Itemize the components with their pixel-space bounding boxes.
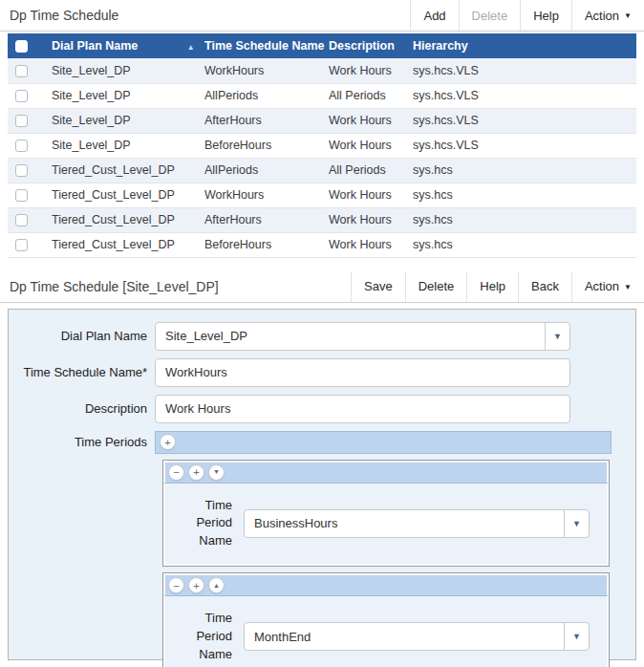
time-period-name-label: Time Period Name (171, 497, 232, 551)
column-header-description[interactable]: Description (329, 33, 413, 58)
remove-time-period-button[interactable]: − (169, 578, 183, 592)
table-row[interactable]: Site_Level_DP WorkHours Work Hours sys.h… (8, 58, 636, 83)
column-header-schedule[interactable]: Time Schedule Name (204, 33, 329, 58)
delete-button[interactable]: Delete (405, 271, 467, 302)
table-row[interactable]: Site_Level_DP AllPeriods All Periods sys… (8, 83, 636, 108)
table-row[interactable]: Tiered_Cust_Level_DP BeforeHours Work Ho… (8, 232, 636, 257)
action-menu-label: Action (585, 279, 619, 293)
time-periods-label: Time Periods (9, 431, 147, 667)
table-header-row: Dial Plan Name ▲ Time Schedule Name Desc… (8, 33, 636, 58)
add-button[interactable]: Add (410, 0, 458, 31)
table-row[interactable]: Site_Level_DP BeforeHours Work Hours sys… (8, 133, 636, 158)
row-checkbox[interactable] (15, 140, 28, 152)
action-menu-caret-icon: ▼ (624, 11, 632, 20)
move-down-button[interactable]: ▼ (209, 465, 224, 480)
row-checkbox[interactable] (15, 214, 28, 226)
list-panel: Dp Time Schedule Add Delete Help Action … (0, 0, 644, 258)
time-schedule-name-input[interactable] (155, 358, 570, 387)
row-checkbox[interactable] (15, 90, 28, 102)
help-button[interactable]: Help (466, 271, 518, 302)
chevron-down-icon: ▼ (564, 510, 589, 537)
row-checkbox[interactable] (15, 115, 28, 127)
action-menu-button[interactable]: Action ▼ (571, 0, 644, 31)
column-header-hierarchy[interactable]: Hierarchy (413, 33, 636, 58)
back-button[interactable]: Back (518, 271, 571, 302)
dial-plan-select-value: Site_Level_DP (156, 329, 247, 343)
add-time-period-button[interactable]: + (189, 465, 204, 480)
action-menu-caret-icon: ▼ (624, 282, 632, 291)
time-periods-group: + − + ▼ Time Period Name Busine (155, 431, 612, 667)
action-menu-button[interactable]: Action ▼ (571, 271, 644, 302)
add-time-period-button[interactable]: + (161, 435, 175, 449)
time-period-name-select[interactable]: BusinessHours ▼ (244, 509, 590, 538)
dial-plan-select[interactable]: Site_Level_DP ▼ (155, 322, 570, 351)
list-panel-title: Dp Time Schedule (0, 0, 410, 31)
time-period-name-select[interactable]: MonthEnd ▼ (244, 622, 590, 651)
time-period-select-value: BusinessHours (245, 516, 337, 530)
time-period-name-label: Time Period Name (171, 610, 232, 664)
help-button[interactable]: Help (520, 0, 571, 31)
action-menu-label: Action (585, 9, 619, 23)
detail-form: Dial Plan Name Site_Level_DP ▼ Time Sche… (8, 309, 636, 660)
chevron-down-icon: ▼ (564, 623, 589, 650)
sort-ascending-icon: ▲ (187, 43, 195, 52)
save-button[interactable]: Save (351, 271, 405, 302)
time-period-panel: − + ▲ Time Period Name MonthEnd ▼ (162, 572, 610, 667)
description-input[interactable] (155, 395, 570, 423)
delete-button: Delete (459, 0, 521, 31)
add-time-period-button[interactable]: + (189, 578, 204, 592)
row-checkbox[interactable] (15, 239, 28, 251)
dial-plan-name-label: Dial Plan Name (9, 322, 147, 351)
chevron-down-icon: ▼ (545, 323, 569, 350)
time-period-panel: − + ▼ Time Period Name BusinessHours ▼ (162, 460, 610, 568)
description-label: Description (9, 395, 147, 423)
time-period-select-value: MonthEnd (245, 630, 311, 644)
table-row[interactable]: Tiered_Cust_Level_DP AfterHours Work Hou… (8, 207, 636, 232)
remove-time-period-button[interactable]: − (169, 465, 183, 480)
detail-panel: Dp Time Schedule [Site_Level_DP] Save De… (0, 271, 644, 660)
move-up-button[interactable]: ▲ (209, 578, 224, 592)
table-row[interactable]: Site_Level_DP AfterHours Work Hours sys.… (8, 108, 636, 133)
list-toolbar: Dp Time Schedule Add Delete Help Action … (0, 0, 644, 32)
row-checkbox[interactable] (15, 164, 28, 177)
select-all-checkbox[interactable] (15, 40, 28, 53)
detail-toolbar: Dp Time Schedule [Site_Level_DP] Save De… (0, 271, 644, 303)
time-periods-header-bar: + (155, 431, 612, 454)
row-checkbox[interactable] (15, 65, 28, 77)
time-schedule-name-label: Time Schedule Name* (9, 358, 147, 387)
table-row[interactable]: Tiered_Cust_Level_DP WorkHours Work Hour… (8, 183, 636, 207)
detail-panel-title: Dp Time Schedule [Site_Level_DP] (0, 271, 351, 302)
time-period-panel-header: − + ▼ (163, 461, 609, 484)
table-row[interactable]: Tiered_Cust_Level_DP AllPeriods All Peri… (8, 158, 636, 183)
time-schedule-table: Dial Plan Name ▲ Time Schedule Name Desc… (8, 33, 636, 258)
row-checkbox[interactable] (15, 189, 28, 202)
time-period-panel-header: − + ▲ (163, 573, 609, 596)
column-header-dial-plan[interactable]: Dial Plan Name ▲ (52, 33, 204, 58)
